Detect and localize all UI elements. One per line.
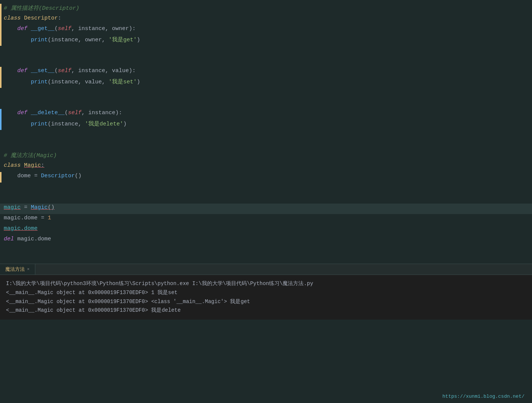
line-content: magic.dome = 1 <box>0 215 532 221</box>
line-content: # 魔法方法(Magic) <box>0 152 532 159</box>
terminal-tab-label: 魔法方法 <box>5 266 25 273</box>
editor-area: # 属性描述符(Descriptor)class Descriptor: def… <box>0 0 532 260</box>
terminal-output-line: <__main__.Magic object at 0x0000019F1370… <box>6 306 526 315</box>
terminal-tab-active[interactable]: 魔法方法 × <box>0 264 35 275</box>
gutter-bar <box>0 67 2 77</box>
code-line: print(instance, owner, '我是get') <box>0 35 532 46</box>
line-content: print(instance, '我是delete') <box>0 120 532 127</box>
code-line <box>0 130 532 140</box>
gutter-bar <box>0 119 2 130</box>
line-content: magic = Magic() <box>0 204 532 211</box>
code-line: # 属性描述符(Descriptor) <box>0 4 532 14</box>
csdn-link[interactable]: https://xunmi.blog.csdn.net/ <box>443 394 524 399</box>
line-content: # 属性描述符(Descriptor) <box>0 5 532 12</box>
code-line: print(instance, value, '我是set') <box>0 77 532 88</box>
gutter-bar <box>0 4 2 14</box>
line-content: def __set__(self, instance, value): <box>0 68 532 74</box>
code-line: # 魔法方法(Magic) <box>0 151 532 162</box>
line-content: def __get__(self, instance, owner): <box>0 26 532 32</box>
code-line: class Descriptor: <box>0 14 532 25</box>
code-line <box>0 98 532 109</box>
code-line <box>0 88 532 98</box>
code-line: magic = Magic() <box>0 204 532 214</box>
terminal-output-line: <__main__.Magic object at 0x0000019F1370… <box>6 297 526 306</box>
gutter-bar <box>0 77 2 88</box>
code-line <box>0 246 532 256</box>
code-line <box>0 183 532 193</box>
code-line: def __get__(self, instance, owner): <box>0 25 532 35</box>
gutter-bar <box>0 25 2 35</box>
code-line <box>0 140 532 151</box>
code-line: def __delete__(self, instance): <box>0 109 532 119</box>
line-content: del magic.dome <box>0 236 532 242</box>
code-line: dome = Descriptor() <box>0 172 532 183</box>
code-line: magic.dome = 1 <box>0 214 532 225</box>
line-content: print(instance, owner, '我是get') <box>0 36 532 43</box>
terminal-tab-bar: 魔法方法 × <box>0 264 532 275</box>
line-content: class Descriptor: <box>0 15 532 21</box>
code-line <box>0 193 532 204</box>
gutter-bar <box>0 172 2 183</box>
gutter-bar <box>0 14 2 25</box>
code-line <box>0 46 532 56</box>
code-line: magic.dome <box>0 225 532 235</box>
code-line: class Magic: <box>0 162 532 172</box>
terminal-content: I:\我的大学\项目代码\python3环境\Python练习\Scripts\… <box>0 275 532 320</box>
line-content: print(instance, value, '我是set') <box>0 78 532 85</box>
terminal-output-line: I:\我的大学\项目代码\python3环境\Python练习\Scripts\… <box>6 279 526 288</box>
line-content: class Magic: <box>0 162 532 169</box>
code-line: del magic.dome <box>0 235 532 246</box>
line-content: magic.dome <box>0 225 532 232</box>
code-line <box>0 56 532 67</box>
terminal-tab-close[interactable]: × <box>27 267 30 272</box>
line-content: dome = Descriptor() <box>0 173 532 179</box>
line-content: def __delete__(self, instance): <box>0 110 532 116</box>
code-line: print(instance, '我是delete') <box>0 119 532 130</box>
terminal-output-line: <__main__.Magic object at 0x0000019F1370… <box>6 288 526 297</box>
terminal-area: 魔法方法 × I:\我的大学\项目代码\python3环境\Python练习\S… <box>0 264 532 320</box>
gutter-bar <box>0 35 2 46</box>
code-line: def __set__(self, instance, value): <box>0 67 532 77</box>
gutter-bar <box>0 109 2 119</box>
